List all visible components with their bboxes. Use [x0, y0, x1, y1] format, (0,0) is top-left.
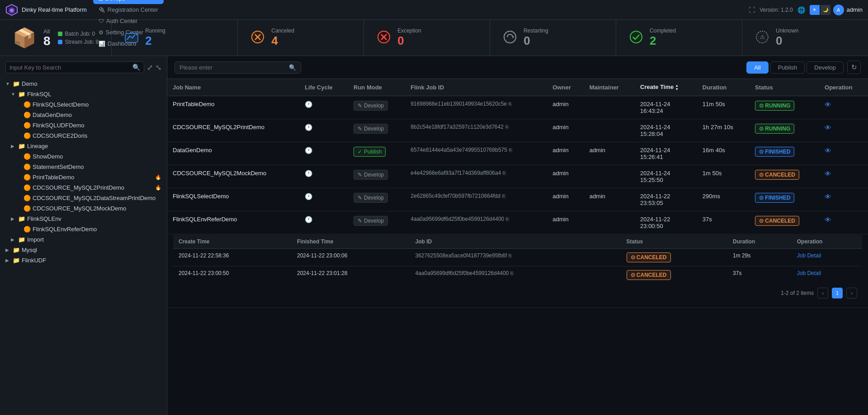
- tree-item-show-demo[interactable]: 🟠ShowDemo: [0, 151, 167, 162]
- lifecycle-icon: 🕐: [305, 147, 312, 154]
- view-button[interactable]: 👁: [825, 124, 831, 131]
- sub-flink-id: 4aa0a95699df6d25f0be4599126d4400⎘: [415, 270, 615, 276]
- flink-id: 2e62865c49cfef70b597fb7210664fdd⎘: [410, 193, 542, 199]
- tree-arrow-flinksqlenv: ▶: [11, 216, 16, 221]
- tree-item-cdcsource-mysql2datastream[interactable]: 🟠CDCSOURCE_MySQL2DataStreamPrintDemo: [0, 193, 167, 203]
- tree-label-show-demo: ShowDemo: [33, 153, 161, 160]
- tree-item-printtable[interactable]: 🟠PrintTableDemo🔥: [0, 172, 167, 182]
- table-row: CDCSOURCE_MySQL2MockDemo 🕐 ✎Develop e4e4…: [167, 165, 868, 188]
- tree-item-cdcsource2doris[interactable]: 🟠CDCSOURCE2Doris: [0, 131, 167, 141]
- maintainer-cell: admin: [584, 188, 635, 211]
- tree-label-cdcsource-mysql2mock: CDCSOURCE_MySQL2MockDemo: [33, 205, 161, 212]
- tree-label-datagen: DataGenDemo: [33, 112, 161, 118]
- tree-item-lineage[interactable]: ▶📁Lineage: [0, 141, 167, 151]
- tab-publish[interactable]: Publish: [770, 61, 805, 74]
- view-button[interactable]: 👁: [825, 101, 831, 108]
- file-icon-cdcsource-mysql2datastream: 🟠: [24, 195, 31, 201]
- toggle-dark[interactable]: 🌙: [821, 5, 830, 15]
- expanded-row: Create TimeFinished TimeJob IDStatusDura…: [167, 234, 868, 308]
- tree-item-cdcsource-mysql2print[interactable]: 🟠CDCSOURCE_MySQL2PrintDemo🔥: [0, 182, 167, 193]
- copy-icon[interactable]: ⎘: [503, 170, 506, 176]
- folder-icon-flinksql: 📁: [18, 91, 25, 98]
- tree-item-statementset[interactable]: 🟠StatementSetDemo: [0, 162, 167, 172]
- restarting-stats-icon: [503, 30, 517, 44]
- nav-item-devops[interactable]: ⊞Devops: [93, 0, 164, 4]
- content-toolbar: 🔍 All Publish Develop ↻: [167, 56, 868, 79]
- app-logo: Dinky Real-time Platform: [5, 4, 87, 16]
- sub-copy-icon[interactable]: ⎘: [509, 253, 512, 258]
- job-name-text: PrintTableDemo: [173, 101, 215, 107]
- sub-copy-icon[interactable]: ⎘: [510, 270, 514, 276]
- tree-item-mysql[interactable]: ▶📁Mysql: [0, 245, 167, 255]
- owner-cell: admin: [547, 188, 584, 211]
- user-name: admin: [847, 6, 863, 13]
- view-button[interactable]: 👁: [825, 216, 831, 224]
- prev-page-button[interactable]: ‹: [817, 288, 828, 298]
- tree-item-flinksqlenv[interactable]: ▶📁FlinkSQLEnv: [0, 214, 167, 224]
- table-row: PrintTableDemo 🕐 ✎Develop 91698968e11eb1…: [167, 96, 868, 119]
- job-name-cell: FlinkSQLSelectDemo: [167, 188, 299, 211]
- tree-label-demo: Demo: [22, 80, 161, 87]
- tree-item-flinksqlenv-refer[interactable]: 🟠FlinkSQLEnvReferDemo: [0, 224, 167, 234]
- content-search-input[interactable]: [179, 64, 286, 71]
- tree-item-import[interactable]: ▶📁Import: [0, 234, 167, 245]
- run-mode-badge: ✓Publish: [354, 147, 386, 157]
- toggle-icons: ☀ 🌙: [810, 5, 830, 15]
- sidebar-expand-icon[interactable]: ⤢: [147, 63, 153, 72]
- search-button[interactable]: 🔍: [132, 64, 140, 71]
- status-cell: ⊙ RUNNING: [750, 119, 819, 142]
- job-detail-link[interactable]: Job Detail: [797, 252, 821, 259]
- tree-item-flinksql-select[interactable]: 🟠FlinkSQLSelectDemo: [0, 99, 167, 110]
- header-maintainer: Maintainer: [584, 79, 635, 96]
- tree-item-demo[interactable]: ▼📁Demo: [0, 79, 167, 89]
- copy-icon[interactable]: ⎘: [502, 193, 505, 199]
- header-label-maintainer: Maintainer: [590, 84, 619, 91]
- tab-group: All Publish Develop: [746, 61, 844, 74]
- lifecycle-cell: 🕐: [299, 188, 348, 211]
- tree-label-cdcsource2doris: CDCSOURCE2Doris: [33, 132, 161, 139]
- copy-icon[interactable]: ⎘: [505, 124, 509, 130]
- copy-icon[interactable]: ⎘: [509, 101, 512, 107]
- globe-icon[interactable]: 🌐: [797, 6, 805, 14]
- tree-item-flinksql[interactable]: ▼📁FlinkSQL: [0, 89, 167, 99]
- sidebar-collapse-icon[interactable]: ⤡: [156, 63, 161, 72]
- content-search-bar: 🔍: [175, 61, 301, 74]
- page-1-button[interactable]: 1: [832, 288, 843, 298]
- owner-cell: admin: [547, 142, 584, 165]
- tree-item-flinkudf[interactable]: ▶📁FlinkUDF: [0, 255, 167, 266]
- refresh-button[interactable]: ↻: [847, 61, 861, 74]
- stats-icon-unknown: ⚠: [755, 30, 769, 46]
- expand-icon[interactable]: ⛶: [749, 6, 755, 14]
- tab-develop[interactable]: Develop: [807, 61, 844, 74]
- copy-icon[interactable]: ⎘: [509, 147, 512, 153]
- sub-header-row: Create TimeFinished TimeJob IDStatusDura…: [173, 234, 863, 248]
- sub-header: Finished Time: [292, 234, 410, 248]
- tree-item-datagen[interactable]: 🟠DataGenDemo: [0, 110, 167, 120]
- view-button[interactable]: 👁: [825, 147, 831, 154]
- nav-item-registration-center[interactable]: 🔌Registration Center: [93, 4, 164, 15]
- job-detail-link[interactable]: Job Detail: [797, 270, 821, 276]
- tree-item-cdcsource-mysql2mock[interactable]: 🟠CDCSOURCE_MySQL2MockDemo: [0, 203, 167, 214]
- view-button[interactable]: 👁: [825, 170, 831, 177]
- header-operation: Operation: [819, 79, 868, 96]
- header-create-time[interactable]: Create Time▲▼: [635, 79, 697, 96]
- sidebar: 🔍 ⤢ ⤡ ▼📁Demo▼📁FlinkSQL🟠FlinkSQLSelectDem…: [0, 56, 167, 415]
- logo-icon: [5, 4, 18, 16]
- sub-flink-id: 3627625508ea5ace0f4187739e95fb6f⎘: [415, 252, 615, 259]
- copy-icon[interactable]: ⎘: [506, 216, 509, 222]
- view-button[interactable]: 👁: [825, 193, 831, 201]
- file-icon-flinksql-select: 🟠: [24, 101, 31, 108]
- sub-finished-time: 2024-11-22 23:00:06: [292, 248, 410, 266]
- job-name-text: CDCSOURCE_MySQL2PrintDemo: [173, 124, 264, 131]
- tree-item-flinksql-udf[interactable]: 🟠FlinkSQLUDFDemo: [0, 120, 167, 131]
- pagination-info: 1-2 of 2 items: [781, 290, 814, 296]
- content-search-icon[interactable]: 🔍: [289, 64, 296, 71]
- header-label-status: Status: [755, 84, 773, 91]
- next-page-button[interactable]: ›: [846, 288, 857, 298]
- run-mode-badge: ✎Develop: [354, 216, 388, 226]
- tab-all[interactable]: All: [746, 61, 768, 74]
- maintainer-cell: [584, 211, 635, 234]
- toggle-light[interactable]: ☀: [810, 5, 820, 15]
- tree-label-cdcsource-mysql2datastream: CDCSOURCE_MySQL2DataStreamPrintDemo: [33, 195, 161, 201]
- search-input[interactable]: [9, 64, 130, 71]
